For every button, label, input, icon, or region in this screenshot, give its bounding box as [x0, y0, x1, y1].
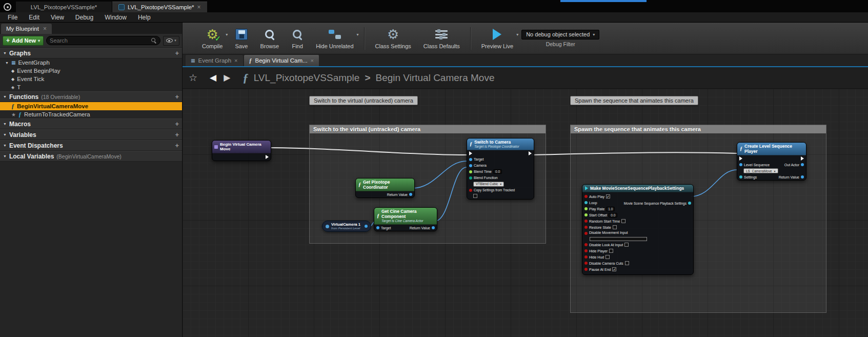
disable-look-at-input-checkbox[interactable] — [624, 243, 629, 247]
tree-item-event-tick[interactable]: ◆ Event Tick — [0, 75, 182, 83]
hide-unrelated-button[interactable]: Hide Unrelated — [310, 23, 359, 54]
exec-in-pin[interactable] — [739, 156, 742, 161]
restore-state-pin[interactable] — [584, 226, 588, 229]
tab-begin-virtual-camera[interactable]: ƒ Begin Virtual Cam... × — [244, 55, 319, 66]
play-rate-pin[interactable] — [584, 207, 588, 210]
exec-out-pin[interactable] — [266, 155, 269, 159]
menu-debug[interactable]: Debug — [70, 12, 99, 22]
node-get-pixotope-coordinator[interactable]: ƒ Get Pixotope Coordinator Return Value — [355, 178, 415, 198]
tree-item-event-beginplay[interactable]: ◆ Event BeginPlay — [0, 67, 182, 75]
loop-pin[interactable] — [584, 201, 588, 204]
camera-pin[interactable] — [469, 164, 472, 167]
visibility-filter-button[interactable]: ▾ — [163, 36, 179, 46]
blend-function-pin[interactable] — [469, 176, 472, 180]
play-rate-input[interactable]: 1.0 — [606, 207, 615, 211]
section-variables[interactable]: ▼ Variables + — [0, 129, 182, 140]
exec-out-pin[interactable] — [801, 156, 804, 161]
browse-button[interactable]: Browse — [254, 23, 285, 54]
node-virtualcamera-reference[interactable]: VirtualCamera 1 from Persistent Level — [322, 221, 371, 232]
menu-file[interactable]: File — [2, 12, 23, 22]
hide-player-pin[interactable] — [584, 249, 588, 252]
add-new-button[interactable]: + Add New ▾ — [3, 36, 44, 46]
blend-time-pin[interactable] — [469, 170, 472, 173]
hide-hud-pin[interactable] — [584, 255, 588, 259]
pause-at-end-checkbox[interactable] — [612, 267, 616, 271]
random-start-time-checkbox[interactable] — [621, 219, 625, 223]
breadcrumb-root[interactable]: LVL_PixotopeVSSample — [254, 72, 360, 84]
collapse-icon[interactable]: ▼ — [3, 133, 7, 136]
copy-settings-pin[interactable] — [469, 189, 472, 192]
section-event-dispatchers[interactable]: ▼ Event Dispatchers + — [0, 140, 182, 151]
section-macros[interactable]: ▼ Macros + — [0, 118, 182, 129]
window-tab-level[interactable]: LVL_PixotopeVSSample* — [16, 2, 112, 12]
exec-in-pin[interactable] — [469, 151, 472, 155]
collapse-icon[interactable]: ▼ — [3, 144, 7, 147]
add-dispatcher-button[interactable]: + — [175, 142, 179, 149]
collapse-icon[interactable]: ▼ — [3, 122, 7, 126]
out-actor-pin[interactable] — [801, 163, 804, 166]
blend-function-dropdown[interactable]: VTBlend Cubic ▾ — [473, 182, 504, 187]
disable-look-at-input-pin[interactable] — [584, 243, 588, 246]
forward-arrow-icon[interactable]: ▶ — [224, 72, 230, 83]
node-switch-to-camera[interactable]: ƒ Switch to Camera Target is Pixotope Co… — [467, 138, 534, 200]
graph-canvas[interactable]: Switch to the virtual (untracked) camera… — [183, 89, 868, 337]
tree-item-returntotrackedcamera[interactable]: ★ ƒ ReturnToTrackedCamera — [0, 110, 182, 118]
node-get-cine-camera-component[interactable]: ƒ Get Cine Camera Component Target is Ci… — [374, 207, 437, 231]
disable-camera-cuts-checkbox[interactable] — [625, 261, 629, 265]
section-local-variables[interactable]: ▼ Local Variables (BeginVirtualCameraMov… — [0, 151, 182, 162]
add-macro-button[interactable]: + — [175, 121, 179, 127]
menu-edit[interactable]: Edit — [23, 12, 45, 22]
node-begin-virtual-camera-move[interactable]: Begin Virtual Camera Move — [212, 140, 271, 161]
target-pin[interactable] — [376, 226, 379, 229]
functions-overridable-badge[interactable]: (18 Overridable) — [41, 94, 80, 100]
copy-settings-checkbox[interactable] — [473, 194, 477, 198]
find-button[interactable]: Find — [285, 23, 310, 54]
section-functions[interactable]: ▼ Functions (18 Overridable) + — [0, 91, 182, 102]
close-icon[interactable]: × — [234, 58, 237, 64]
collapse-icon[interactable]: ▼ — [5, 61, 9, 65]
tab-my-blueprint[interactable]: My Blueprint × — [1, 24, 52, 34]
save-button[interactable]: Save — [229, 23, 254, 54]
auto-play-checkbox[interactable] — [606, 194, 610, 199]
tree-item-event-t[interactable]: ◈ T — [0, 83, 182, 91]
start-offset-input[interactable]: 0.0 — [609, 213, 617, 217]
start-offset-pin[interactable] — [584, 213, 588, 216]
target-pin[interactable] — [469, 158, 472, 161]
random-start-time-pin[interactable] — [584, 220, 588, 223]
menu-help[interactable]: Help — [132, 12, 156, 22]
return-value-pin[interactable] — [409, 193, 412, 196]
menu-view[interactable]: View — [45, 12, 70, 22]
add-function-button[interactable]: + — [175, 93, 179, 100]
comment-header[interactable]: Switch to the virtual (untracked) camera — [310, 125, 546, 133]
close-icon[interactable]: × — [43, 26, 47, 32]
search-input[interactable] — [50, 37, 151, 44]
collapse-icon[interactable]: ▼ — [3, 51, 7, 55]
return-value-pin[interactable] — [801, 175, 804, 179]
blend-time-input[interactable]: 0.0 — [493, 169, 502, 174]
class-defaults-button[interactable]: Class Defaults — [417, 23, 466, 54]
section-graphs[interactable]: ▼ Graphs + — [0, 48, 182, 58]
tree-item-eventgraph[interactable]: ▼ ▦ EventGraph — [0, 58, 182, 67]
exec-out-pin[interactable] — [529, 151, 532, 155]
node-create-level-sequence-player[interactable]: ƒ Create Level Sequence Player Level Seq… — [737, 142, 806, 181]
collapse-icon[interactable]: ▼ — [3, 95, 7, 98]
disable-movement-input-pin[interactable] — [584, 232, 588, 235]
collapse-icon[interactable]: ▼ — [3, 154, 7, 158]
favorite-star-icon[interactable]: ☆ — [189, 72, 197, 84]
close-icon[interactable]: × — [197, 4, 201, 10]
actor-out-pin[interactable] — [365, 225, 368, 228]
class-settings-button[interactable]: ⚙ Class Settings — [369, 23, 417, 54]
add-graph-button[interactable]: + — [175, 50, 179, 56]
menu-window[interactable]: Window — [99, 12, 132, 22]
restore-state-checkbox[interactable] — [613, 225, 617, 229]
preview-live-button[interactable]: Preview Live — [475, 23, 519, 54]
tab-event-graph[interactable]: ▦ Event Graph × — [186, 55, 243, 66]
debug-object-dropdown[interactable]: No debug object selected ▾ — [521, 30, 599, 39]
compile-button[interactable]: ⚙ ✓ Compile — [196, 23, 229, 54]
tree-item-beginvirtualcameramove[interactable]: ƒ BeginVirtualCameraMove — [0, 102, 182, 110]
back-arrow-icon[interactable]: ◀ — [210, 72, 216, 83]
add-variable-button[interactable]: + — [175, 131, 179, 138]
comment-header[interactable]: Spawn the sequence that animates this ca… — [571, 125, 826, 133]
hide-hud-checkbox[interactable] — [605, 255, 610, 259]
level-sequence-dropdown[interactable]: LS_CameraMove ▾ — [743, 168, 778, 173]
